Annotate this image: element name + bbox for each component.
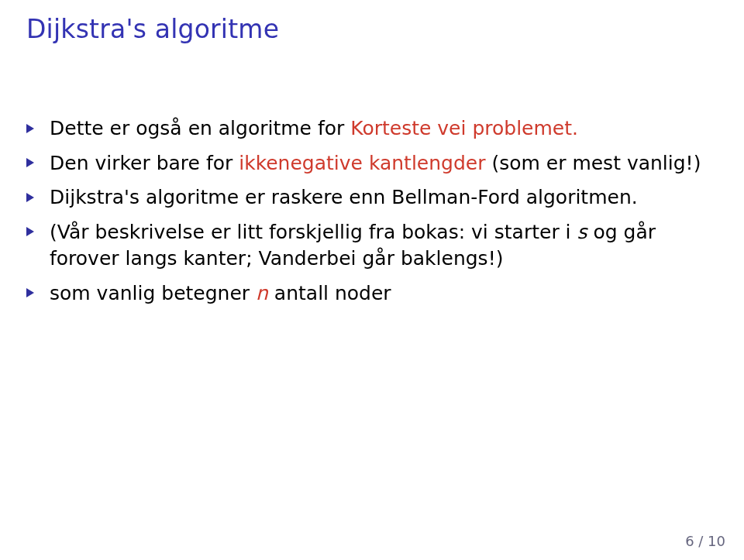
bullet-icon [26,288,34,297]
item-text: Dijkstra's algoritme er raskere enn Bell… [50,186,638,208]
list-item: Den virker bare for ikkenegative kantlen… [26,150,718,177]
bullet-icon [26,227,34,236]
list-item: Dijkstra's algoritme er raskere enn Bell… [26,184,718,211]
item-text: Den virker bare for [50,152,239,174]
item-text: (Vår beskrivelse er litt forskjellig fra… [50,221,577,243]
slide: Dijkstra's algoritme Dette er også en al… [0,0,744,560]
list-item: Dette er også en algoritme for Korteste … [26,115,718,143]
item-highlight: n [256,282,268,304]
item-text: som vanlig betegner [50,282,256,304]
item-text: antall noder [268,282,391,304]
bullet-icon [26,124,34,133]
bullet-icon [26,193,34,202]
bullet-list: Dette er også en algoritme for Korteste … [26,115,718,307]
page-number: 6 / 10 [685,533,725,549]
list-item: som vanlig betegner n antall noder [26,280,718,307]
list-item: (Vår beskrivelse er litt forskjellig fra… [26,219,718,273]
item-highlight: Korteste vei problemet. [350,117,578,139]
item-text: Dette er også en algoritme for [50,117,350,139]
item-italic: s [577,221,587,243]
item-highlight: ikkenegative kantlengder [239,152,485,174]
slide-title: Dijkstra's algoritme [26,14,718,44]
bullet-icon [26,158,34,167]
item-text: (som er mest vanlig!) [485,152,701,174]
